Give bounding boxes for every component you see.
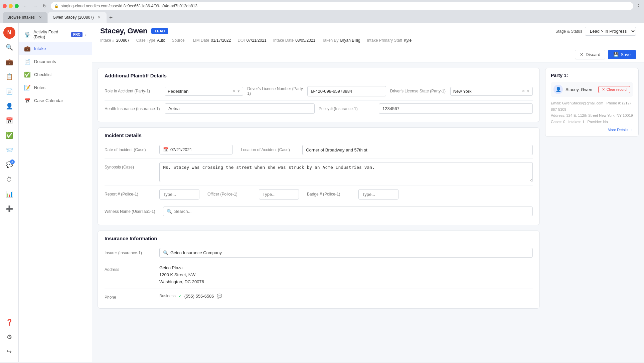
officer-input[interactable] [259,189,299,200]
sidebar-item-checklist[interactable]: ✅ Checklist [19,68,92,81]
intake-date-meta: Intake Date 08/05/2021 [273,38,315,43]
license-state-dropdown-icon[interactable]: ▼ [526,89,530,93]
content-area: Additional Plaintiff Details Role in Acc… [92,62,644,362]
sidebar-item-case-calendar[interactable]: 📅 Case Calendar [19,94,92,107]
role-clear-icon[interactable]: ✕ [232,89,235,93]
clipboard-icon[interactable]: 📋 [3,71,15,83]
more-details-link[interactable]: More Details → [608,128,633,132]
synopsis-textarea[interactable]: Ms. Stacey was crossing the street when … [159,162,533,182]
discard-button[interactable]: ✕ Discard [575,50,605,59]
more-details-row: More Details → [551,128,633,132]
phone-sms-icon[interactable]: 💬 [217,294,222,299]
chat-icon[interactable]: 💬 2 [3,159,15,171]
maximize-window-btn[interactable] [15,4,19,8]
intake-date-label: Intake Date [273,38,294,43]
case-type-label: Case Type [136,38,155,43]
witness-search-wrap[interactable]: 🔍 [163,207,533,216]
browser-forward-btn[interactable]: → [31,3,39,9]
notes-icon: 📝 [24,84,31,91]
calendar-date-icon: 📅 [163,147,168,152]
tab-bar: Browse Intakes ✕ Gwen Stacey (200807) ✕ … [0,12,644,23]
witness-search-input[interactable] [174,209,529,214]
documents-icon: 📄 [24,58,31,65]
sidebar-item-documents[interactable]: 📄 Documents [19,55,92,68]
incident-date-wrap[interactable]: 📅 07/21/2021 [159,145,233,154]
lim-date-meta: LIM Date 01/17/2022 [193,38,231,43]
contacts-icon[interactable]: 👤 [3,100,15,112]
insurer-search-wrap[interactable]: 🔍 Geico Insurance Company [159,248,533,258]
email-value: GwenStacey@gmail.com [562,101,604,105]
browser-chrome: ← → ↻ 🔒 staging-cloud.needles.com/case/i… [0,0,644,12]
tab-browse-intakes-close[interactable]: ✕ [37,15,43,20]
minimize-window-btn[interactable] [9,4,13,8]
page-title: Stacey, Gwen [100,27,147,35]
inbox-icon[interactable]: 📨 [3,144,15,156]
close-window-btn[interactable] [3,4,7,8]
save-label: Save [621,52,631,57]
party-record: 👤 Stacey, Gwen ✕ Clear record [551,82,633,97]
insurance-section-title: Insurance Information [98,231,539,245]
incident-date-label: Date of Incident (Case) [105,145,151,152]
policy-label: Policy # (Insurance-1) [319,104,379,113]
main-form: Additional Plaintiff Details Role in Acc… [98,68,540,356]
sidebar-intake-label: Intake [34,46,46,51]
logout-icon[interactable]: ↪ [3,346,15,358]
clear-record-button[interactable]: ✕ Clear record [598,86,630,93]
help-icon[interactable]: ❓ [3,316,15,328]
search-icon[interactable]: 🔍 [3,41,15,53]
header-top: Stacey, Gwen LEAD Intake # 200807 Case T… [100,27,636,43]
address-bar[interactable]: 🔒 staging-cloud.needles.com/case/id.8c9e… [51,2,633,10]
license-state-label: Driver's License State (Party-1) [390,87,450,95]
case-calendar-icon: 📅 [24,97,31,104]
timer-icon[interactable]: ⏱ [3,173,15,186]
role-dropdown-icon[interactable]: ▼ [237,89,240,93]
add-icon[interactable]: ➕ [3,203,15,215]
tab-gwen-stacey[interactable]: Gwen Stacey (200807) ✕ [48,12,107,23]
health-insurance-input[interactable]: Aetna [165,103,315,114]
main-content: Stacey, Gwen LEAD Intake # 200807 Case T… [92,23,644,362]
sidebar-item-notes[interactable]: 📝 Notes [19,81,92,94]
role-select[interactable]: Pedestrian ✕ ▼ [165,87,243,96]
discard-label: Discard [586,52,600,57]
lead-badge: LEAD [151,28,168,34]
license-state-clear-icon[interactable]: ✕ [522,89,525,93]
checklist-icon[interactable]: ✅ [3,129,15,141]
stage-status-select[interactable]: Lead > In Progress [585,27,636,36]
calendar-icon[interactable]: 📅 [3,115,15,127]
plaintiff-row-2: Health Insurance (Insurance-1) Aetna Pol… [105,101,533,116]
policy-input[interactable]: 1234567 [379,103,533,114]
icon-rail: N 🔍 💼 📋 📄 👤 📅 ✅ 📨 💬 2 ⏱ 📊 ➕ ❓ ⚙ ↪ [0,23,19,362]
party-address-row: Address: 324 E. 112th Street New York, N… [551,112,633,119]
cases-value: 0 [563,120,565,124]
browser-refresh-btn[interactable]: ↻ [41,3,48,9]
insurer-search-input[interactable]: Geico Insurance Company [170,250,529,255]
needles-logo-icon[interactable]: N [3,27,15,39]
location-input[interactable]: Corner of Broadway and 57th st [302,145,533,155]
tab-browse-intakes[interactable]: Browse Intakes ✕ [3,12,47,23]
insurer-label: Insurer (Insurance-1) [105,248,151,255]
doi-meta: DOI 07/21/2021 [237,38,266,43]
case-type-meta: Case Type Auto [136,38,165,43]
analytics-icon[interactable]: 📊 [3,188,15,200]
settings-icon[interactable]: ⚙ [3,331,15,343]
save-button[interactable]: 💾 Save [608,50,636,59]
tab-gwen-stacey-close[interactable]: ✕ [97,15,102,20]
meta-row: Intake # 200807 Case Type Auto Source [100,38,555,43]
browser-back-btn[interactable]: ← [21,3,29,9]
browser-settings-icon[interactable]: ⋮ [636,3,641,9]
badge-input[interactable] [358,189,398,200]
report-input[interactable] [159,189,199,200]
sidebar-item-intake[interactable]: 💼 Intake [19,42,92,55]
intake-number-label: Intake # [100,38,115,43]
url-text: staging-cloud.needles.com/case/id.8c9ec6… [61,4,197,8]
source-meta: Source [172,38,186,43]
license-number-input[interactable]: B-420-098-65978884 [307,86,386,96]
email-label: Email: [551,101,561,105]
new-tab-btn[interactable]: + [107,13,115,23]
incident-form: Date of Incident (Case) 📅 07/21/2021 Loc… [98,141,539,225]
address-value: Geico Plaza 1200 K Street, NW Washington… [159,265,533,285]
sidebar-expand-icon[interactable]: › [85,32,87,37]
license-state-select[interactable]: New York ✕ ▼ [450,87,533,96]
document-icon[interactable]: 📄 [3,85,15,97]
briefcase-icon[interactable]: 💼 [3,56,15,68]
